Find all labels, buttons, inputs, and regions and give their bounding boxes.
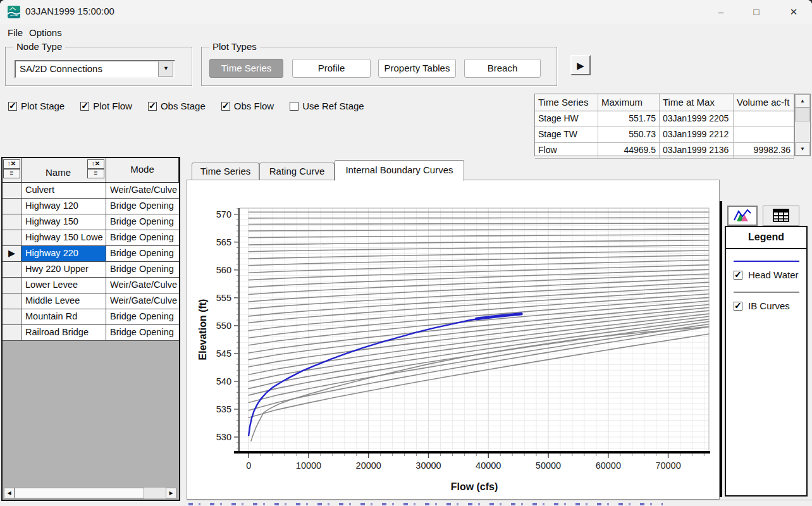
- close-button[interactable]: ✕: [779, 0, 808, 24]
- scroll-thumb[interactable]: [795, 108, 810, 121]
- sort-button[interactable]: ↑✕: [3, 159, 20, 169]
- filter-button[interactable]: ≡: [87, 169, 104, 178]
- checkbox-box[interactable]: [148, 102, 157, 111]
- dropdown-arrow-icon[interactable]: ▼: [158, 61, 174, 77]
- plot-type-button-time-series[interactable]: Time Series: [209, 59, 283, 78]
- scroll-up-icon[interactable]: ▲: [795, 94, 810, 108]
- node-row-highway-150[interactable]: Highway 150Bridge Opening: [3, 214, 179, 230]
- node-type-dropdown[interactable]: SA/2D Connections ▼: [15, 60, 175, 78]
- node-mode-cell[interactable]: Weir/Gate/Culve: [106, 293, 179, 309]
- menu-file[interactable]: File: [4, 26, 27, 39]
- node-row-mountain-rd[interactable]: Mountain RdBridge Opening: [3, 309, 179, 325]
- checkbox-obs-stage[interactable]: Obs Stage: [148, 101, 206, 111]
- node-mode-cell[interactable]: Bridge Opening: [106, 325, 179, 340]
- title-bar[interactable]: 03JAN1999 15:00:00 –□✕: [0, 0, 812, 24]
- legend-item-label: Head Water: [748, 269, 798, 280]
- node-name-cell[interactable]: Highway 150 Lowe: [22, 230, 106, 245]
- table-view-button[interactable]: [763, 206, 799, 226]
- node-row-middle-levee[interactable]: Middle LeveeWeir/Gate/Culve: [3, 293, 179, 309]
- row-selector[interactable]: [3, 214, 22, 230]
- node-list-hscrollbar[interactable]: ◀ ▶: [4, 488, 176, 498]
- node-mode-cell[interactable]: Bridge Opening: [106, 246, 179, 261]
- checkbox-plot-flow[interactable]: Plot Flow: [80, 101, 132, 111]
- node-mode-cell[interactable]: Bridge Opening: [106, 309, 179, 324]
- summary-cell: 03Jan1999 2136: [660, 143, 734, 158]
- node-mode-cell[interactable]: Weir/Gate/Culve: [106, 278, 179, 293]
- row-selector[interactable]: [3, 278, 22, 293]
- ib-free-flow-curve-curve: [251, 327, 709, 441]
- node-row-culvert[interactable]: CulvertWeir/Gate/Culve: [3, 183, 179, 199]
- node-name-cell[interactable]: Highway 150: [22, 214, 106, 230]
- plot-type-button-property-tables[interactable]: Property Tables: [378, 59, 456, 78]
- checkbox-box[interactable]: [221, 102, 230, 111]
- row-selector[interactable]: ▶: [3, 246, 22, 261]
- max-summary-table: Time SeriesMaximumTime at MaxVolume ac-f…: [534, 94, 811, 156]
- window-title: 03JAN1999 15:00:00: [25, 6, 114, 16]
- checkbox-use-ref-stage[interactable]: Use Ref Stage: [290, 101, 364, 111]
- tab-time-series[interactable]: Time Series: [192, 163, 259, 180]
- tab-rating-curve[interactable]: Rating Curve: [259, 163, 335, 180]
- checkbox-box[interactable]: [734, 271, 742, 280]
- node-name-cell[interactable]: Highway 120: [22, 199, 106, 214]
- svg-text:565: 565: [216, 237, 231, 247]
- node-name-cell[interactable]: Highway 220: [22, 246, 106, 261]
- animate-button[interactable]: ▶: [570, 55, 591, 75]
- checkbox-box[interactable]: [290, 102, 298, 111]
- row-selector[interactable]: [3, 325, 22, 340]
- node-row-hwy-220-upper[interactable]: Hwy 220 UpperBridge Opening: [3, 262, 179, 278]
- chart-view-button[interactable]: [727, 206, 758, 226]
- row-selector[interactable]: [3, 309, 22, 324]
- row-selector[interactable]: [3, 293, 22, 309]
- node-row-railroad-bridge[interactable]: Railroad BridgeBridge Opening: [3, 325, 179, 341]
- row-selector[interactable]: [3, 183, 22, 198]
- rating-curve-chart[interactable]: 5305355405455505555605655700100002000030…: [187, 180, 719, 499]
- checkbox-obs-flow[interactable]: Obs Flow: [221, 101, 274, 111]
- node-name-cell[interactable]: Culvert: [22, 183, 106, 198]
- minimize-button[interactable]: –: [706, 0, 735, 24]
- plot-type-button-breach[interactable]: Breach: [464, 59, 541, 78]
- scroll-right-icon[interactable]: ▶: [166, 488, 176, 498]
- maximize-button[interactable]: □: [742, 0, 771, 24]
- row-selector[interactable]: [3, 262, 22, 277]
- ib-curve: [249, 245, 709, 252]
- node-row-highway-150-lowe[interactable]: Highway 150 LoweBridge Opening: [3, 230, 179, 246]
- summary-row: Stage HW551.7503Jan1999 2205: [535, 111, 794, 127]
- checkbox-box[interactable]: [8, 102, 17, 111]
- legend-item-head-water[interactable]: Head Water: [734, 269, 806, 280]
- node-name-cell[interactable]: Lower Levee: [22, 278, 106, 293]
- node-row-lower-levee[interactable]: Lower LeveeWeir/Gate/Culve: [3, 278, 179, 293]
- filter-button[interactable]: ≡: [3, 169, 20, 178]
- checkbox-box[interactable]: [734, 302, 742, 311]
- node-mode-cell[interactable]: Bridge Opening: [106, 230, 179, 245]
- scroll-down-icon[interactable]: ▼: [795, 142, 810, 156]
- checkbox-box[interactable]: [80, 102, 89, 111]
- name-column-header[interactable]: Name: [46, 167, 71, 178]
- sort-button[interactable]: ↑✕: [87, 159, 104, 169]
- summary-scrollbar[interactable]: ▲ ▼: [794, 94, 810, 156]
- node-name-cell[interactable]: Railroad Bridge: [22, 325, 106, 340]
- scroll-thumb[interactable]: [15, 488, 144, 498]
- row-selector[interactable]: [3, 230, 22, 245]
- menu-options[interactable]: Options: [25, 26, 66, 39]
- row-selector[interactable]: [3, 199, 22, 214]
- node-mode-cell[interactable]: Bridge Opening: [106, 199, 179, 214]
- node-type-selected: SA/2D Connections: [16, 61, 158, 77]
- checkbox-plot-stage[interactable]: Plot Stage: [8, 101, 65, 111]
- svg-text:50000: 50000: [536, 460, 561, 471]
- ib-curve: [249, 240, 709, 245]
- node-row-highway-120[interactable]: Highway 120Bridge Opening: [3, 199, 179, 214]
- plot-type-button-profile[interactable]: Profile: [292, 59, 371, 78]
- node-row-highway-220[interactable]: ▶Highway 220Bridge Opening: [3, 246, 179, 262]
- ib-curve: [249, 250, 709, 259]
- node-name-cell[interactable]: Middle Levee: [22, 293, 106, 309]
- node-name-cell[interactable]: Hwy 220 Upper: [22, 262, 106, 277]
- node-mode-cell[interactable]: Weir/Gate/Culve: [106, 183, 179, 198]
- scroll-left-icon[interactable]: ◀: [4, 488, 15, 498]
- legend-title: Legend: [726, 227, 806, 249]
- node-mode-cell[interactable]: Bridge Opening: [106, 214, 179, 230]
- mode-column-header[interactable]: Mode: [130, 164, 154, 175]
- tab-internal-boundary-curves[interactable]: Internal Boundary Curves: [335, 160, 464, 181]
- node-mode-cell[interactable]: Bridge Opening: [106, 262, 179, 277]
- node-name-cell[interactable]: Mountain Rd: [22, 309, 106, 324]
- legend-item-ib-curves[interactable]: IB Curves: [734, 300, 806, 311]
